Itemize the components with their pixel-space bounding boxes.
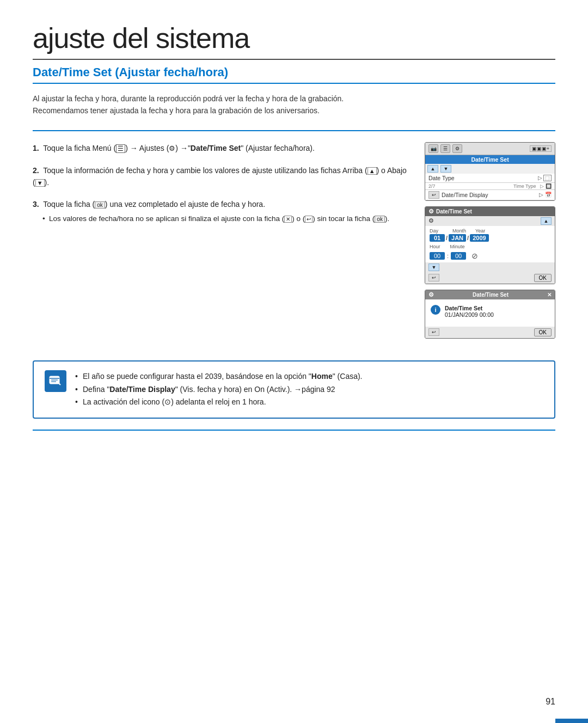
month-value: JAN bbox=[449, 234, 466, 242]
minute-label: Minute bbox=[450, 244, 465, 249]
panel-3: ⚙ Date/Time Set ✕ i Date/Time Set 01/JAN… bbox=[425, 290, 555, 339]
dt-time-label-row: Hour Minute bbox=[430, 244, 550, 249]
step-2-num: 2. bbox=[33, 166, 39, 175]
back-btn-3[interactable]: ↩ bbox=[428, 328, 439, 336]
day-value: 01 bbox=[430, 234, 445, 242]
step-1: 1. Toque la ficha Menú (☰) → Ajustes (⚙)… bbox=[33, 142, 408, 155]
datetime-display-value: ▷ 📅 bbox=[539, 192, 552, 198]
info-icon: i bbox=[431, 305, 440, 315]
step-3-num: 3. bbox=[33, 200, 39, 209]
note-item-2: Defina "Date/Time Display" (Vis. fecha y… bbox=[75, 383, 363, 396]
close-icon[interactable]: ✕ bbox=[547, 292, 552, 298]
back-btn-1[interactable]: ↩ bbox=[428, 191, 439, 199]
step-2: 2. Toque la información de fecha y hora … bbox=[33, 164, 408, 189]
dt-time-row: 00 : 00 ⊘ bbox=[430, 252, 550, 260]
confirm-title: Date/Time Set bbox=[445, 305, 494, 311]
note-list: El año se puede configurar hasta el 2039… bbox=[75, 370, 363, 409]
panel-row-datetime-display: ↩ Date/Time Display ▷ 📅 bbox=[425, 190, 555, 200]
note-item-1: El año se puede configurar hasta el 2039… bbox=[75, 370, 363, 383]
settings-icon: ⚙ bbox=[452, 144, 462, 153]
section-title: Date/Time Set (Ajustar fecha/hora) bbox=[33, 65, 555, 84]
date-type-label: Date Type bbox=[428, 175, 536, 181]
date-type-value: ▷ ⬚ bbox=[538, 175, 552, 181]
panel-row-number: 2/7 Time Type ▷ 🔲 bbox=[425, 183, 555, 190]
panel-3-header-text: Date/Time Set bbox=[473, 292, 509, 298]
dt-val-row: 01 / JAN / 2009 bbox=[430, 234, 550, 242]
panel-3-ok-row: ↩ OK bbox=[425, 327, 555, 338]
panel-1-header: Date/Time Set bbox=[425, 155, 555, 164]
panel-2-nav-down-row: ▼ bbox=[425, 262, 555, 272]
blue-accent-bar bbox=[555, 719, 588, 723]
step-3-bullet-1: Los valores de fecha/hora no se aplican … bbox=[42, 213, 408, 225]
hour-label: Hour bbox=[430, 244, 440, 249]
content-area: 1. Toque la ficha Menú (☰) → Ajustes (⚙)… bbox=[33, 130, 555, 344]
nav-up-btn[interactable]: ▲ bbox=[427, 165, 438, 173]
panel-1-nav: ▲ ▼ bbox=[425, 164, 555, 174]
page-number: 91 bbox=[546, 697, 555, 707]
note-box: El año se puede configurar hasta el 2039… bbox=[33, 360, 555, 419]
camera-icon: 📷 bbox=[428, 144, 438, 153]
time-type-value: ▷ 🔲 bbox=[540, 183, 552, 189]
step-3-bullets: Los valores de fecha/hora no se aplican … bbox=[42, 213, 408, 225]
step-1-bold: Date/Time Set bbox=[191, 144, 241, 152]
confirm-text: Date/Time Set 01/JAN/2009 00:00 bbox=[445, 305, 494, 318]
confirm-date: 01/JAN/2009 00:00 bbox=[445, 311, 494, 318]
panel-2-nav-row: ⚙ ▲ bbox=[425, 216, 555, 226]
minute-value: 00 bbox=[451, 252, 466, 260]
year-value: 2009 bbox=[470, 234, 488, 242]
nav-down-btn[interactable]: ▼ bbox=[440, 165, 451, 173]
panel-row-date-type: Date Type ▷ ⬚ bbox=[425, 174, 555, 183]
ui-panels-column: 📷 ☰ ⚙ ▣▣▣+ Date/Time Set ▲ ▼ Date Type ▷… bbox=[425, 142, 555, 344]
hour-value: 00 bbox=[430, 252, 445, 260]
step-1-num: 1. bbox=[33, 144, 39, 152]
panel-2: ⚙ Date/Time Set ⚙ ▲ Day Month Year 01 / bbox=[425, 206, 555, 284]
note-icon bbox=[45, 370, 66, 392]
nav-up-btn-2[interactable]: ▲ bbox=[541, 217, 552, 225]
note-item-3: La activación del icono (⊙) adelanta el … bbox=[75, 396, 363, 409]
ok-btn-2[interactable]: OK bbox=[534, 274, 552, 282]
intro-text: Al ajustar la fecha y hora, durante la r… bbox=[33, 93, 555, 117]
panel-3-header: ⚙ Date/Time Set ✕ bbox=[425, 290, 555, 299]
datetime-grid: Day Month Year 01 / JAN / 2009 Hour Minu… bbox=[425, 226, 555, 262]
dt-label-row: Day Month Year bbox=[430, 228, 550, 234]
page-title: ajuste del sistema bbox=[33, 22, 555, 60]
note-text: El año se puede configurar hasta el 2039… bbox=[75, 370, 363, 409]
panel-1-toolbar: 📷 ☰ ⚙ ▣▣▣+ bbox=[425, 143, 555, 155]
panel-2-ok-row: ↩ OK bbox=[425, 272, 555, 284]
row-number: 2/7 bbox=[428, 183, 436, 189]
month-label: Month bbox=[452, 228, 469, 234]
confirm-body: i Date/Time Set 01/JAN/2009 00:00 bbox=[425, 299, 555, 327]
step-3: 3. Toque la ficha (ok) una vez completad… bbox=[33, 198, 408, 224]
year-label: Year bbox=[475, 228, 485, 234]
datetime-display-label: Date/Time Display bbox=[442, 192, 537, 198]
bottom-divider bbox=[33, 430, 555, 431]
clear-icon: ⊘ bbox=[471, 252, 478, 260]
panel-2-header: ⚙ Date/Time Set bbox=[425, 207, 555, 216]
menu-icon: ☰ bbox=[440, 144, 450, 153]
panel-1: 📷 ☰ ⚙ ▣▣▣+ Date/Time Set ▲ ▼ Date Type ▷… bbox=[425, 142, 555, 201]
back-btn-2[interactable]: ↩ bbox=[428, 274, 439, 281]
day-label: Day bbox=[430, 228, 446, 234]
ok-btn-3[interactable]: OK bbox=[534, 328, 552, 336]
nav-down-btn-2[interactable]: ▼ bbox=[428, 264, 439, 271]
panel-2-header-text: Date/Time Set bbox=[436, 209, 472, 215]
time-type-label: Time Type bbox=[513, 183, 536, 189]
steps-column: 1. Toque la ficha Menú (☰) → Ajustes (⚙)… bbox=[33, 142, 408, 344]
